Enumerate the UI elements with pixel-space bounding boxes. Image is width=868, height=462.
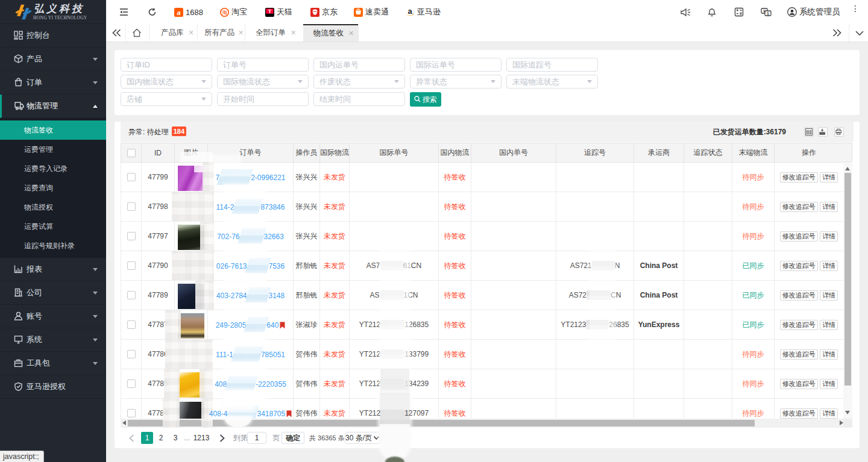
svg-text:淘: 淘 xyxy=(221,9,227,15)
svg-text:a: a xyxy=(177,8,180,16)
svg-text:¥: ¥ xyxy=(763,9,766,13)
svg-text:$: $ xyxy=(767,11,769,16)
svg-text:T: T xyxy=(268,8,272,14)
svg-text:a: a xyxy=(407,7,412,16)
